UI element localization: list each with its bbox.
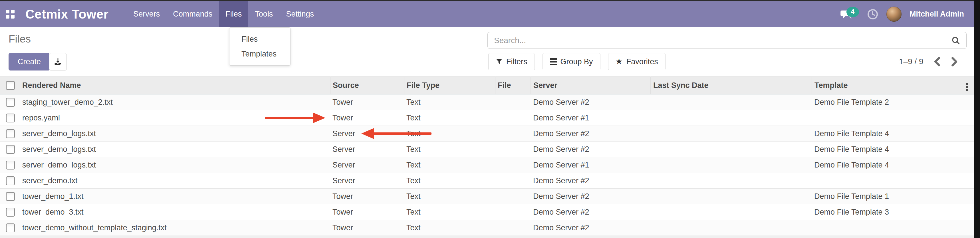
cell-server[interactable]: Demo Server #1 — [531, 157, 651, 173]
export-button[interactable] — [49, 53, 67, 70]
menu-item-tools[interactable]: Tools — [248, 1, 279, 27]
row-checkbox[interactable] — [6, 208, 15, 217]
cell-last-sync-date[interactable] — [651, 94, 812, 110]
table-row[interactable]: repos.yaml Tower Text Demo Server #1 — [0, 110, 974, 126]
cell-source[interactable]: Tower — [330, 110, 404, 126]
row-checkbox[interactable] — [6, 224, 15, 232]
create-button[interactable]: Create — [9, 53, 50, 70]
cell-file-type[interactable]: Text — [404, 173, 495, 189]
cell-source[interactable]: Tower — [330, 94, 404, 110]
column-header-source[interactable]: Source — [330, 77, 404, 94]
cell-last-sync-date[interactable] — [651, 220, 812, 236]
cell-file-type[interactable]: Text — [404, 141, 495, 157]
cell-server[interactable]: Demo Server #1 — [531, 110, 651, 126]
menu-item-servers[interactable]: Servers — [127, 1, 166, 27]
cell-last-sync-date[interactable] — [651, 126, 812, 141]
cell-file-type[interactable]: Text — [404, 220, 495, 236]
menu-item-commands[interactable]: Commands — [166, 1, 219, 27]
cell-server[interactable]: Demo Server #2 — [531, 173, 651, 189]
cell-file-type[interactable]: Text — [404, 189, 495, 204]
cell-template[interactable]: Demo File Template 2 — [812, 94, 974, 110]
row-checkbox[interactable] — [6, 176, 15, 185]
cell-server[interactable]: Demo Server #2 — [531, 94, 651, 110]
cell-rendered-name[interactable]: server_demo_logs.txt — [20, 141, 330, 157]
cell-rendered-name[interactable]: staging_tower_demo_2.txt — [20, 94, 330, 110]
cell-last-sync-date[interactable] — [651, 157, 812, 173]
cell-file[interactable] — [495, 173, 531, 189]
row-checkbox[interactable] — [6, 145, 15, 154]
cell-template[interactable] — [812, 173, 974, 189]
filters-button[interactable]: Filters — [488, 53, 535, 70]
cell-file[interactable] — [495, 204, 531, 220]
cell-rendered-name[interactable]: server_demo.txt — [20, 173, 330, 189]
table-row[interactable]: server_demo_logs.txt Server Text Demo Se… — [0, 141, 974, 157]
cell-source[interactable]: Tower — [330, 220, 404, 236]
row-checkbox[interactable] — [6, 129, 15, 138]
table-row[interactable]: server_demo.txt Server Text Demo Server … — [0, 173, 974, 189]
group-by-button[interactable]: Group By — [542, 53, 600, 70]
select-all-checkbox[interactable] — [6, 81, 15, 90]
table-row[interactable]: tower_demo_3.txt Tower Text Demo Server … — [0, 204, 974, 220]
cell-file[interactable] — [495, 126, 531, 141]
cell-file[interactable] — [495, 94, 531, 110]
cell-template[interactable]: Demo File Template 4 — [812, 141, 974, 157]
row-checkbox[interactable] — [6, 98, 15, 107]
cell-server[interactable]: Demo Server #2 — [531, 220, 651, 236]
table-row[interactable]: server_demo_logs.txt Server Text Demo Se… — [0, 157, 974, 173]
menu-item-files[interactable]: Files — [219, 1, 248, 27]
column-header-file-type[interactable]: File Type — [404, 77, 495, 94]
cell-template[interactable]: Demo File Template 4 — [812, 157, 974, 173]
cell-source[interactable]: Tower — [330, 204, 404, 220]
column-header-last-sync-date[interactable]: Last Sync Date — [651, 77, 812, 94]
apps-grid-icon[interactable] — [6, 10, 14, 19]
pager-next-button[interactable] — [950, 57, 959, 67]
column-header-template[interactable]: Template — [812, 77, 974, 94]
user-name[interactable]: Mitchell Admin — [910, 10, 964, 19]
dropdown-item-files[interactable]: Files — [229, 32, 290, 46]
column-header-rendered-name[interactable]: Rendered Name — [20, 77, 330, 94]
table-row[interactable]: staging_tower_demo_2.txt Tower Text Demo… — [0, 94, 974, 110]
cell-rendered-name[interactable]: tower_demo_without_template_staging.txt — [20, 220, 330, 236]
cell-source[interactable]: Tower — [330, 189, 404, 204]
cell-last-sync-date[interactable] — [651, 189, 812, 204]
cell-last-sync-date[interactable] — [651, 204, 812, 220]
cell-file-type[interactable]: Text — [404, 204, 495, 220]
cell-last-sync-date[interactable] — [651, 110, 812, 126]
cell-file-type[interactable]: Text — [404, 157, 495, 173]
cell-file-type[interactable]: Text — [404, 110, 495, 126]
cell-server[interactable]: Demo Server #2 — [531, 126, 651, 141]
cell-file[interactable] — [495, 110, 531, 126]
cell-rendered-name[interactable]: server_demo_logs.txt — [20, 157, 330, 173]
table-row[interactable]: tower_demo_1.txt Tower Text Demo Server … — [0, 189, 974, 204]
cell-template[interactable] — [812, 110, 974, 126]
cell-template[interactable]: Demo File Template 4 — [812, 126, 974, 141]
menu-item-settings[interactable]: Settings — [279, 1, 320, 27]
cell-server[interactable]: Demo Server #2 — [531, 141, 651, 157]
cell-file-type[interactable]: Text — [404, 94, 495, 110]
cell-rendered-name[interactable]: tower_demo_3.txt — [20, 204, 330, 220]
row-checkbox[interactable] — [6, 161, 15, 170]
cell-template[interactable]: Demo File Template 3 — [812, 204, 974, 220]
activities-clock-icon[interactable] — [867, 9, 878, 20]
column-header-server[interactable]: Server — [531, 77, 651, 94]
cell-rendered-name[interactable]: tower_demo_1.txt — [20, 189, 330, 204]
cell-source[interactable]: Server — [330, 141, 404, 157]
table-row[interactable]: tower_demo_without_template_staging.txt … — [0, 220, 974, 236]
cell-last-sync-date[interactable] — [651, 173, 812, 189]
cell-source[interactable]: Server — [330, 157, 404, 173]
cell-last-sync-date[interactable] — [651, 141, 812, 157]
optional-columns-toggle-icon[interactable] — [965, 82, 969, 92]
messages-button[interactable]: 4 — [840, 7, 859, 21]
favorites-button[interactable]: ★ Favorites — [608, 53, 665, 70]
cell-template[interactable] — [812, 220, 974, 236]
column-header-file[interactable]: File — [495, 77, 531, 94]
cell-file[interactable] — [495, 220, 531, 236]
dropdown-item-templates[interactable]: Templates — [229, 46, 290, 61]
search-input[interactable] — [488, 36, 951, 45]
cell-template[interactable]: Demo File Template 1 — [812, 189, 974, 204]
cell-server[interactable]: Demo Server #2 — [531, 189, 651, 204]
cell-file[interactable] — [495, 141, 531, 157]
cell-source[interactable]: Server — [330, 173, 404, 189]
cell-rendered-name[interactable]: server_demo_logs.txt — [20, 126, 330, 141]
cell-server[interactable]: Demo Server #2 — [531, 204, 651, 220]
